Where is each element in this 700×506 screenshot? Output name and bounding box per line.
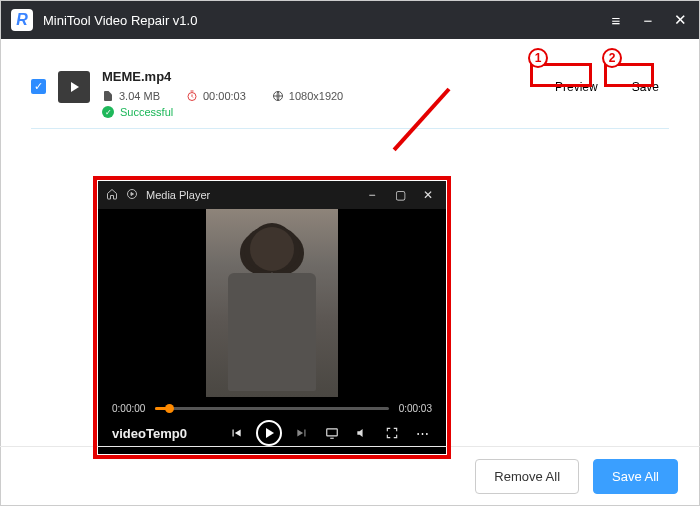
- player-maximize-icon[interactable]: ▢: [390, 188, 410, 202]
- volume-icon[interactable]: [352, 423, 372, 443]
- file-actions: Preview Save: [545, 75, 669, 99]
- file-size-label: 3.04 MB: [119, 90, 160, 102]
- play-icon: [71, 82, 79, 92]
- monitor-icon[interactable]: [322, 423, 342, 443]
- footer: Remove All Save All: [0, 446, 700, 506]
- title-bar: R MiniTool Video Repair v1.0 ≡ − ✕: [1, 1, 699, 39]
- window-controls: ≡ − ✕: [607, 11, 689, 29]
- file-name: MEME.mp4: [102, 69, 533, 84]
- home-icon[interactable]: [106, 188, 118, 202]
- remove-all-button[interactable]: Remove All: [475, 459, 579, 494]
- file-status: ✓ Successful: [102, 106, 533, 118]
- preview-button[interactable]: Preview: [545, 75, 608, 99]
- play-circle-icon: [126, 188, 138, 202]
- player-close-icon[interactable]: ✕: [418, 188, 438, 202]
- media-player-titlebar: Media Player − ▢ ✕: [98, 181, 446, 209]
- file-thumbnail: [58, 71, 90, 103]
- svg-rect-3: [327, 429, 338, 436]
- status-label: Successful: [120, 106, 173, 118]
- file-resolution: 1080x1920: [272, 90, 343, 102]
- play-button[interactable]: [256, 420, 282, 446]
- close-icon[interactable]: ✕: [671, 11, 689, 29]
- time-current: 0:00:00: [112, 403, 145, 414]
- next-icon[interactable]: [292, 423, 312, 443]
- file-size: 3.04 MB: [102, 90, 160, 102]
- more-icon[interactable]: ⋯: [412, 423, 432, 443]
- file-row: ✓ MEME.mp4 3.04 MB: [31, 69, 669, 118]
- app-title: MiniTool Video Repair v1.0: [43, 13, 607, 28]
- media-player-title: Media Player: [146, 189, 210, 201]
- file-icon: [102, 90, 114, 102]
- save-button[interactable]: Save: [622, 75, 669, 99]
- media-player-body: [98, 209, 446, 397]
- fullscreen-icon[interactable]: [382, 423, 402, 443]
- clock-icon: [186, 90, 198, 102]
- resolution-icon: [272, 90, 284, 102]
- time-total: 0:00:03: [399, 403, 432, 414]
- video-frame: [206, 209, 338, 397]
- file-card: ✓ MEME.mp4 3.04 MB: [23, 57, 677, 135]
- player-minimize-icon[interactable]: −: [362, 188, 382, 202]
- content-area: ✓ MEME.mp4 3.04 MB: [1, 39, 699, 135]
- menu-icon[interactable]: ≡: [607, 11, 625, 29]
- minimize-icon[interactable]: −: [639, 11, 657, 29]
- file-checkbox[interactable]: ✓: [31, 79, 46, 94]
- media-player-window: Media Player − ▢ ✕ 0:00:00 0:00:03 video…: [98, 181, 446, 454]
- file-info: MEME.mp4 3.04 MB 00:00:03: [102, 69, 533, 118]
- success-icon: ✓: [102, 106, 114, 118]
- app-logo: R: [11, 9, 33, 31]
- playing-file-name: videoTemp0: [112, 426, 216, 441]
- save-all-button[interactable]: Save All: [593, 459, 678, 494]
- progress-track[interactable]: [155, 407, 388, 410]
- file-meta-row: 3.04 MB 00:00:03 1080x1920: [102, 90, 533, 102]
- file-duration-label: 00:00:03: [203, 90, 246, 102]
- progress-bar-area: 0:00:00 0:00:03: [98, 397, 446, 414]
- file-duration: 00:00:03: [186, 90, 246, 102]
- separator: [31, 128, 669, 129]
- progress-knob[interactable]: [165, 404, 174, 413]
- file-resolution-label: 1080x1920: [289, 90, 343, 102]
- previous-icon[interactable]: [226, 423, 246, 443]
